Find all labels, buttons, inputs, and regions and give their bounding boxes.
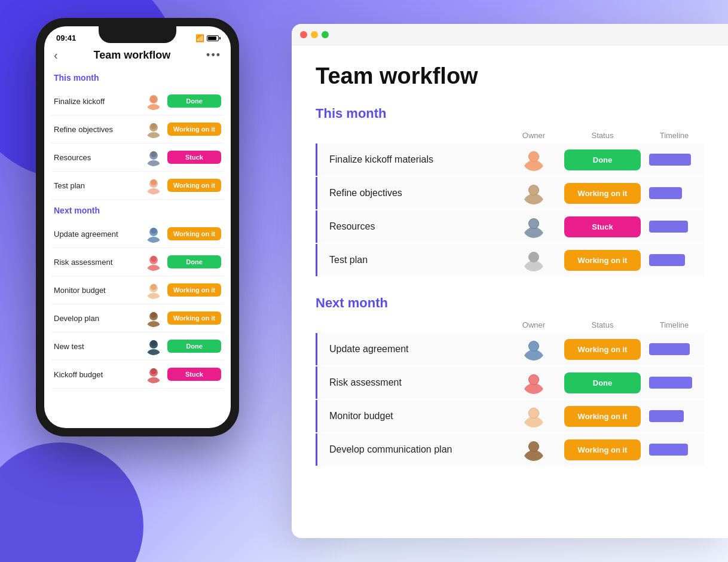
phone-notch	[99, 26, 176, 43]
close-dot[interactable]	[300, 31, 307, 38]
task-owner	[507, 371, 561, 394]
phone-owner-avatar	[145, 281, 163, 299]
timeline-bar	[649, 444, 688, 456]
phone-task-name: Finalize kickoff	[54, 97, 140, 106]
task-row[interactable]: Resources Stuck	[316, 210, 704, 243]
task-timeline	[644, 221, 704, 233]
svg-point-17	[151, 256, 157, 262]
timeline-bar	[649, 410, 684, 422]
timeline-bar	[649, 221, 688, 233]
svg-point-4	[147, 132, 160, 138]
task-row[interactable]: Refine objectives Working on it	[316, 177, 704, 209]
phone-task-status: Stuck	[167, 151, 221, 164]
phone-task-row: Monitor budget Working on it	[51, 276, 224, 304]
phone-owner-avatar	[145, 365, 163, 383]
task-owner	[507, 405, 561, 427]
task-status: Working on it	[561, 406, 644, 427]
phone-owner-avatar	[145, 120, 163, 138]
task-row[interactable]: Develop communication plan Working on it	[316, 433, 704, 466]
phone-this-month-label: This month	[51, 67, 224, 87]
task-row[interactable]: Finalize kickoff materials Done	[316, 143, 704, 176]
task-status: Working on it	[561, 439, 644, 460]
task-owner	[507, 338, 561, 361]
owner-avatar	[522, 405, 545, 427]
phone-owner-avatar	[145, 309, 163, 327]
svg-point-2	[150, 96, 157, 103]
table-header-this-month: Owner Status Timeline	[316, 129, 704, 143]
task-owner	[507, 438, 561, 461]
status-badge: Working on it	[564, 250, 641, 271]
phone-content: This month Finalize kickoff Done Refine …	[44, 67, 231, 415]
status-badge: Working on it	[564, 339, 641, 360]
task-name: Develop communication plan	[317, 433, 507, 466]
svg-point-43	[529, 341, 539, 351]
phone-next-month-label: Next month	[51, 200, 224, 220]
svg-point-25	[147, 349, 160, 355]
svg-point-40	[528, 252, 539, 262]
window-titlebar	[292, 24, 728, 45]
next-month-header: Next month	[316, 295, 704, 311]
task-status: Working on it	[561, 183, 644, 204]
status-badge: Done	[564, 372, 641, 393]
col-owner-header: Owner	[507, 131, 561, 140]
task-timeline	[644, 444, 704, 456]
phone-owner-avatar	[145, 92, 163, 110]
task-timeline	[644, 154, 704, 166]
back-button[interactable]: ‹	[54, 48, 58, 62]
svg-point-28	[147, 377, 160, 383]
svg-point-16	[147, 265, 160, 271]
phone-task-status: Working on it	[167, 283, 221, 297]
svg-point-1	[147, 104, 160, 110]
phone-task-row: Refine objectives Working on it	[51, 115, 224, 143]
task-name: Risk assessment	[317, 366, 507, 399]
phone-task-name: New test	[54, 342, 140, 351]
task-row[interactable]: Monitor budget Working on it	[316, 400, 704, 432]
phone-mockup: 09:41 📶 ‹ Team workflow ••• This month	[36, 18, 239, 436]
phone-task-status: Working on it	[167, 179, 221, 192]
phone-task-name: Update agreement	[54, 230, 140, 239]
more-button[interactable]: •••	[206, 49, 221, 62]
window-content: Team workflow This month Owner Status Ti…	[292, 45, 728, 538]
desktop-window: Team workflow This month Owner Status Ti…	[292, 24, 728, 538]
phone-owner-avatar	[145, 176, 163, 194]
maximize-dot[interactable]	[322, 31, 329, 38]
task-timeline	[644, 254, 704, 266]
battery-icon	[207, 35, 219, 41]
minimize-dot[interactable]	[311, 31, 318, 38]
task-name: Test plan	[317, 244, 507, 276]
task-timeline	[644, 343, 704, 355]
col-status-header: Status	[561, 320, 644, 329]
phone-task-row: Resources Stuck	[51, 143, 224, 172]
svg-point-26	[151, 340, 157, 346]
svg-point-32	[529, 152, 539, 161]
phone-app-title: Team workflow	[94, 49, 171, 62]
phone-task-row: Test plan Working on it	[51, 172, 224, 200]
svg-point-5	[151, 123, 157, 129]
phone-task-name: Test plan	[54, 181, 140, 190]
status-badge: Working on it	[564, 406, 641, 427]
status-badge: Working on it	[564, 439, 641, 460]
task-row[interactable]: Update agreement Working on it	[316, 333, 704, 365]
svg-point-52	[529, 442, 539, 451]
svg-point-14	[151, 228, 157, 234]
wifi-icon: 📶	[195, 34, 204, 42]
task-row[interactable]: Test plan Working on it	[316, 244, 704, 276]
task-owner	[507, 249, 561, 271]
owner-avatar	[522, 249, 545, 271]
owner-avatar	[522, 371, 545, 394]
status-badge: Working on it	[564, 183, 641, 204]
task-name: Monitor budget	[317, 400, 507, 432]
phone-time: 09:41	[56, 33, 76, 42]
svg-point-35	[529, 185, 539, 195]
table-header-next-month: Owner Status Timeline	[316, 318, 704, 333]
phone-task-name: Monitor budget	[54, 286, 140, 295]
col-owner-header: Owner	[507, 320, 561, 329]
timeline-bar	[649, 377, 692, 389]
phone-owner-avatar	[145, 148, 163, 166]
task-timeline	[644, 187, 704, 199]
svg-point-8	[151, 151, 157, 157]
phone-task-name: Resources	[54, 153, 140, 162]
task-row[interactable]: Risk assessment Done	[316, 366, 704, 399]
task-timeline	[644, 410, 704, 422]
phone-task-row: Kickoff budget Stuck	[51, 361, 224, 389]
